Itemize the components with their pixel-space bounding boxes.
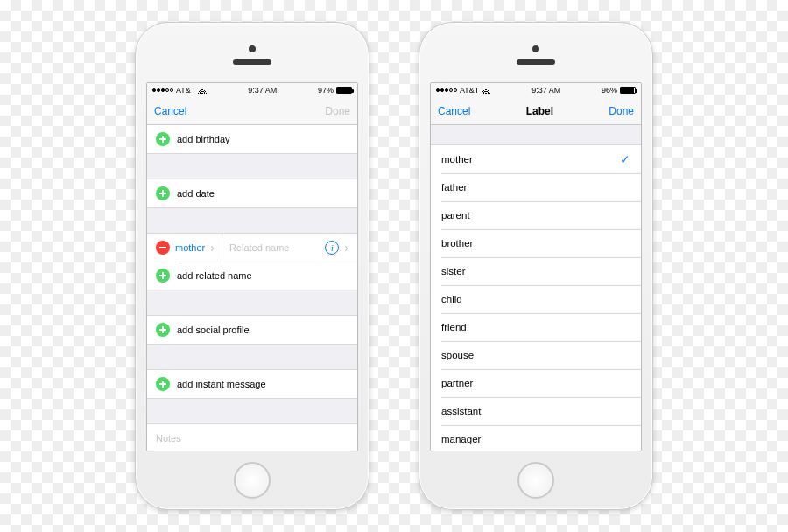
- nav-title: Label: [526, 105, 553, 117]
- label-option-manager[interactable]: manager: [431, 425, 641, 452]
- chevron-right-icon: ›: [210, 242, 215, 254]
- label-option-text: mother: [441, 154, 473, 164]
- signal-dots-icon: [436, 88, 457, 92]
- checkmark-icon: ✓: [620, 152, 630, 166]
- related-name-row[interactable]: mother › Related name i ›: [147, 234, 357, 262]
- row-label: add instant message: [177, 379, 266, 389]
- label-option-partner[interactable]: partner: [431, 369, 641, 397]
- plus-icon: [156, 323, 170, 337]
- plus-icon: [156, 269, 170, 283]
- speaker-slot: [233, 60, 271, 65]
- label-option-parent[interactable]: parent: [431, 201, 641, 229]
- label-option-mother[interactable]: mother✓: [431, 145, 641, 173]
- status-bar: AT&T 9:37 AM 97%: [147, 83, 357, 97]
- plus-icon: [156, 186, 170, 200]
- done-button[interactable]: Done: [609, 105, 634, 117]
- label-option-father[interactable]: father: [431, 173, 641, 201]
- clock-label: 9:37 AM: [248, 86, 277, 94]
- label-option-text: assistant: [441, 406, 481, 416]
- label-option-child[interactable]: child: [431, 285, 641, 313]
- related-name-field[interactable]: Related name: [229, 242, 320, 253]
- plus-icon: [156, 132, 170, 146]
- add-date-row[interactable]: add date: [147, 179, 357, 207]
- label-option-brother[interactable]: brother: [431, 229, 641, 257]
- cancel-button[interactable]: Cancel: [154, 105, 186, 117]
- add-instant-message-row[interactable]: add instant message: [147, 370, 357, 398]
- label-option-sister[interactable]: sister: [431, 257, 641, 285]
- wifi-icon: [198, 87, 207, 94]
- plus-icon: [156, 377, 170, 391]
- label-option-text: partner: [441, 378, 473, 388]
- row-label: add date: [177, 188, 215, 199]
- relation-label-button[interactable]: mother: [175, 242, 205, 253]
- label-list: mother✓fatherparentbrothersisterchildfri…: [431, 144, 641, 452]
- wifi-icon: [482, 87, 490, 94]
- label-option-text: child: [441, 294, 462, 304]
- label-option-text: manager: [441, 434, 481, 444]
- home-button[interactable]: [517, 462, 554, 499]
- label-option-text: sister: [441, 266, 465, 276]
- info-icon[interactable]: i: [325, 241, 339, 255]
- label-option-spouse[interactable]: spouse: [431, 341, 641, 369]
- battery-icon: [336, 87, 352, 94]
- status-bar: AT&T 9:37 AM 96%: [431, 83, 641, 97]
- device-right: AT&T 9:37 AM 96% Cancel Label Done mothe…: [419, 22, 653, 510]
- label-option-text: spouse: [441, 350, 474, 360]
- label-option-friend[interactable]: friend: [431, 313, 641, 341]
- battery-pct-label: 97%: [318, 86, 334, 94]
- add-birthday-row[interactable]: add birthday: [147, 125, 357, 153]
- battery-pct-label: 96%: [602, 86, 617, 94]
- battery-icon: [620, 87, 636, 94]
- carrier-label: AT&T: [176, 86, 195, 94]
- nav-bar: Cancel Done: [147, 97, 357, 125]
- add-related-name-row[interactable]: add related name: [147, 262, 357, 290]
- label-option-text: parent: [441, 210, 470, 220]
- label-option-text: friend: [441, 322, 467, 332]
- home-button[interactable]: [234, 462, 271, 499]
- signal-dots-icon: [152, 88, 173, 92]
- device-left: AT&T 9:37 AM 97% Cancel Done add birthda…: [135, 22, 369, 510]
- row-label: add birthday: [177, 134, 230, 144]
- speaker-slot: [517, 60, 555, 65]
- row-label: add related name: [177, 270, 252, 281]
- label-option-assistant[interactable]: assistant: [431, 397, 641, 425]
- divider: [222, 234, 222, 262]
- carrier-label: AT&T: [460, 86, 479, 94]
- cancel-button[interactable]: Cancel: [438, 105, 470, 117]
- add-social-profile-row[interactable]: add social profile: [147, 316, 357, 344]
- chevron-right-icon: ›: [344, 242, 348, 254]
- done-button: Done: [325, 105, 350, 117]
- screen-label-picker: AT&T 9:37 AM 96% Cancel Label Done mothe…: [430, 82, 642, 452]
- label-option-text: brother: [441, 238, 473, 248]
- notes-field[interactable]: Notes: [147, 424, 357, 452]
- label-option-text: father: [441, 182, 467, 192]
- minus-icon[interactable]: [156, 241, 170, 255]
- screen-contact-edit: AT&T 9:37 AM 97% Cancel Done add birthda…: [146, 82, 358, 452]
- clock-label: 9:37 AM: [531, 86, 560, 94]
- row-label: add social profile: [177, 325, 250, 335]
- nav-bar: Cancel Label Done: [431, 97, 641, 125]
